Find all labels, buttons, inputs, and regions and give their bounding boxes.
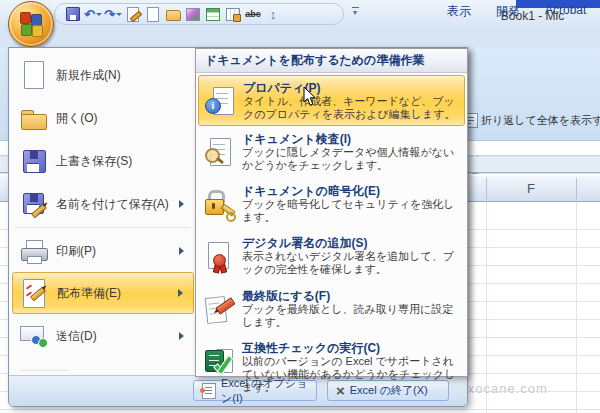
menu-item-save-as[interactable]: 名前を付けて保存(A) (12, 183, 194, 225)
submenu-item-digital-signature[interactable]: デジタル署名の追加(S) 表示されないデジタル署名を追加して、ブックの完全性を確… (198, 231, 465, 282)
wrap-text-button[interactable]: 折り返して全体を表示する (463, 113, 600, 128)
redo-dropdown-arrow (116, 13, 122, 16)
encrypt-lock-icon (203, 188, 235, 220)
quick-access-toolbar: ↶ ↷ abc ↕ (54, 3, 344, 25)
submenu-arrow-icon (179, 247, 184, 255)
options-icon (202, 383, 216, 399)
inspect-document-icon (203, 136, 235, 168)
submenu-item-compatibility-check[interactable]: 互換性チェックの実行(C) 以前のバージョンの Excel でサポートされていな… (198, 336, 465, 377)
menu-item-print[interactable]: 印刷(P) (12, 230, 194, 272)
menu-item-prepare[interactable]: 配布準備(E) (12, 272, 194, 314)
customize-qat-icon[interactable]: ▾ (350, 7, 360, 17)
menu-item-save[interactable]: 上書き保存(S) (12, 140, 194, 182)
prepare-document-icon (19, 277, 51, 309)
compatibility-check-icon (203, 345, 235, 377)
office-logo-icon (20, 12, 42, 36)
submenu-arrow-icon (179, 200, 184, 208)
ribbon-tab-strip (0, 28, 600, 47)
sort-icon[interactable]: ↕ (265, 6, 281, 22)
submenu-item-mark-final[interactable]: 最終版にする(F) ブックを最終版とし、読み取り専用に設定します。 (198, 284, 465, 335)
submenu-item-inspect[interactable]: ドキュメント検査(I) ブックに隠しメタデータや個人情報がないかどうかをチェック… (198, 127, 465, 178)
undo-dropdown-arrow (96, 13, 102, 16)
mark-as-final-icon (203, 293, 235, 325)
open-folder-icon[interactable] (165, 6, 181, 22)
insert-picture-icon[interactable] (185, 6, 201, 22)
save-as-icon (18, 188, 50, 220)
submenu-header: ドキュメントを配布するための準備作業 (196, 49, 467, 73)
submenu-arrow-icon (178, 289, 183, 297)
prepare-submenu: ドキュメントを配布するための準備作業 i プロパティ(P) タイトル、作成者、キ… (195, 48, 468, 377)
format-table-icon[interactable] (225, 6, 241, 22)
excel-window: Book1 - Mic 表示 開発 Acrobat 折り返して全体を表示する セ… (0, 0, 600, 413)
new-document-icon[interactable] (145, 6, 161, 22)
undo-icon[interactable]: ↶ (85, 6, 101, 22)
office-button[interactable] (8, 1, 54, 47)
submenu-item-encrypt[interactable]: ドキュメントの暗号化(E) ブックを暗号化してセキュリティを強化します。 (198, 179, 465, 230)
mouse-cursor (303, 86, 317, 111)
new-document-icon (18, 59, 50, 91)
save-icon[interactable] (65, 6, 81, 22)
printer-icon (18, 235, 50, 267)
menu-item-open[interactable]: 開く(O) (12, 97, 194, 139)
submenu-arrow-icon (179, 332, 184, 340)
tab-view[interactable]: 表示 (447, 3, 471, 20)
send-email-icon (18, 320, 50, 352)
properties-icon: i (204, 85, 236, 117)
edit-document-icon[interactable] (125, 6, 141, 22)
digital-signature-icon (203, 240, 235, 272)
insert-table-icon[interactable] (205, 6, 221, 22)
submenu-item-properties[interactable]: i プロパティ(P) タイトル、作成者、キーワードなど、ブックのプロパティを表示… (198, 75, 465, 126)
tab-developer[interactable]: 開発 (496, 3, 520, 20)
save-floppy-icon (18, 145, 50, 177)
strikethrough-icon[interactable]: abc (245, 6, 261, 22)
tab-acrobat[interactable]: Acrobat (545, 3, 586, 17)
menu-item-send[interactable]: 送信(D) (12, 315, 194, 357)
open-folder-icon (18, 102, 50, 134)
column-header-F[interactable]: F (486, 181, 576, 196)
redo-icon[interactable]: ↷ (105, 6, 121, 22)
menu-item-new[interactable]: 新規作成(N) (12, 54, 194, 96)
